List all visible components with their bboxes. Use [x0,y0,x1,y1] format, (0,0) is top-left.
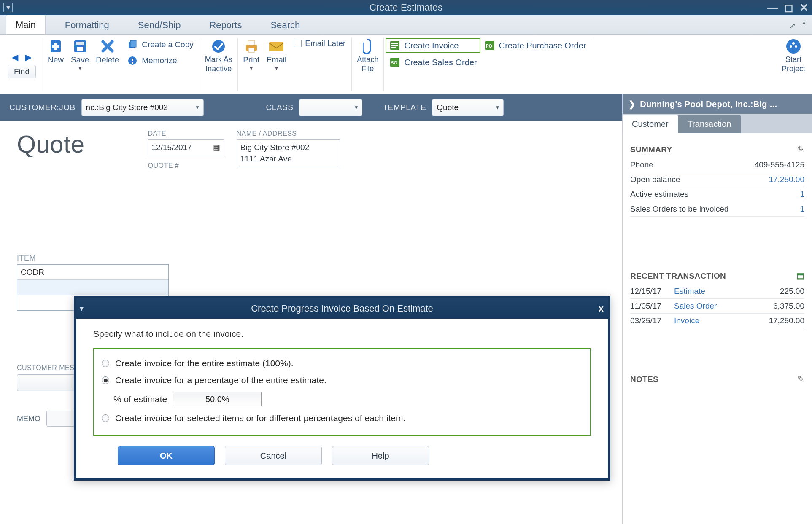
dialog-sys-icon[interactable]: ▾ [80,304,84,313]
svg-rect-5 [77,47,83,51]
radio-icon [102,360,109,367]
class-dropdown[interactable] [299,99,362,116]
name-address-label: NAME / ADDRESS [237,130,340,137]
active-estimates-value[interactable]: 1 [800,190,804,199]
dialog-title-bar: ▾ Create Progress Invoice Based On Estim… [76,298,608,319]
svg-rect-21 [391,47,396,48]
radio-entire-estimate[interactable]: Create invoice for the entire estimate (… [102,355,583,372]
copy-icon [127,39,138,51]
tab-main[interactable]: Main [6,15,46,34]
tab-formatting[interactable]: Formatting [56,16,119,34]
open-balance-value[interactable]: 17,250.00 [769,175,804,184]
recent-filter-icon[interactable]: ▤ [796,271,804,281]
ribbon-tabs: Main Formatting Send/Ship Reports Search… [0,15,812,35]
collapse-ribbon-icon[interactable]: ˄ [802,21,806,31]
svg-text:PO: PO [486,44,492,48]
edit-summary-icon[interactable]: ✎ [797,144,804,154]
mark-inactive-button[interactable]: Mark As Inactive [202,37,235,74]
item-row[interactable] [17,280,168,295]
svg-point-29 [792,42,795,45]
create-invoice-button[interactable]: Create Invoice [386,39,479,52]
date-input[interactable]: 12/15/2017▦ [148,139,224,156]
so-to-invoice-value[interactable]: 1 [800,204,804,214]
print-dropdown-icon[interactable]: ▼ [249,65,254,71]
svg-rect-12 [132,62,133,64]
phone-value: 409-555-4125 [755,160,804,169]
start-project-button[interactable]: Start Project [779,37,808,74]
phone-label: Phone [630,160,653,169]
recent-row[interactable]: 03/25/17Invoice17,250.00 [630,314,804,328]
create-purchase-order-button[interactable]: PO Create Purchase Order [481,39,589,52]
radio-icon [102,414,109,422]
delete-button[interactable]: Delete [93,37,121,65]
percent-input[interactable] [173,392,262,406]
save-dropdown-icon[interactable]: ▼ [78,65,83,71]
memorize-icon [127,55,138,67]
window-title-bar: ▾ Create Estimates — ◻ ✕ [0,0,812,15]
svg-point-28 [795,45,797,48]
address-box[interactable]: Big City Store #002 1111 Azar Ave [237,139,340,167]
so-to-invoice-label: Sales Orders to be invoiced [630,204,728,214]
expand-icon[interactable]: ⤢ [789,21,796,31]
checkbox-icon [294,40,302,47]
estimate-form: CUSTOMER:JOB nc.:Big City Store #002 CLA… [0,94,622,524]
email-later-checkbox[interactable]: Email Later [294,39,345,48]
progress-invoice-dialog: ▾ Create Progress Invoice Based On Estim… [74,296,610,481]
recent-transaction-heading: RECENT TRANSACTION [630,271,726,281]
svg-rect-16 [248,48,254,52]
nav-arrows[interactable]: ◄► [10,51,34,64]
prev-record-icon[interactable]: ◄ [10,51,21,64]
edit-notes-icon[interactable]: ✎ [797,374,804,384]
new-icon [47,38,64,55]
dialog-prompt: Specify what to include on the invoice. [93,329,591,339]
new-button[interactable]: New [45,37,67,65]
svg-rect-9 [130,40,136,47]
template-dropdown[interactable]: Quote [432,99,504,116]
svg-point-26 [786,39,801,54]
rail-tab-customer[interactable]: Customer [622,115,678,133]
form-header: CUSTOMER:JOB nc.:Big City Store #002 CLA… [0,94,622,121]
memorize-button[interactable]: Memorize [127,55,177,67]
quote-num-label: QUOTE # [148,162,224,169]
svg-rect-19 [391,43,398,44]
percent-label: % of estimate [113,394,167,404]
save-button[interactable]: Save ▼ [68,37,92,72]
create-sales-order-button[interactable]: SO Create Sales Order [386,56,479,69]
class-label: CLASS [266,103,294,112]
radio-percentage[interactable]: Create invoice for a percentage of the e… [102,372,583,389]
customer-job-dropdown[interactable]: nc.:Big City Store #002 [81,99,204,116]
svg-text:SO: SO [391,61,397,65]
item-row[interactable]: CODR [17,265,168,280]
radio-selected-items[interactable]: Create invoice for selected items or for… [102,410,583,427]
calendar-icon[interactable]: ▦ [213,143,220,152]
project-icon [785,38,802,55]
recent-row[interactable]: 11/05/17Sales Order6,375.00 [630,299,804,314]
svg-point-27 [790,45,792,48]
recent-row[interactable]: 12/15/17Estimate225.00 [630,284,804,299]
find-button[interactable]: Find [8,65,36,78]
dialog-help-button[interactable]: Help [332,446,429,465]
paperclip-icon [359,38,376,55]
rail-header[interactable]: ❯ Dunning's Pool Depot, Inc.:Big ... [623,94,812,114]
document-title: Quote [17,130,85,158]
email-button[interactable]: Email ▼ [264,37,289,72]
tab-search[interactable]: Search [261,16,309,34]
tab-send-ship[interactable]: Send/Ship [129,16,190,34]
dialog-title: Create Progress Invoice Based On Estimat… [251,303,433,314]
print-button[interactable]: Print ▼ [240,37,262,72]
sales-order-icon: SO [389,56,401,68]
rail-tab-transaction[interactable]: Transaction [678,115,741,133]
print-icon [243,38,260,55]
window-title: Create Estimates [0,2,812,13]
dialog-ok-button[interactable]: OK [118,446,215,465]
right-rail: ❯ Dunning's Pool Depot, Inc.:Big ... Cus… [622,94,812,524]
active-estimates-label: Active estimates [630,190,688,199]
save-icon [72,38,89,55]
next-record-icon[interactable]: ► [23,51,34,64]
create-a-copy-button[interactable]: Create a Copy [127,39,194,51]
dialog-close-icon[interactable]: x [599,303,604,314]
email-dropdown-icon[interactable]: ▼ [274,65,279,71]
attach-file-button[interactable]: Attach File [354,37,381,74]
dialog-cancel-button[interactable]: Cancel [225,446,322,465]
tab-reports[interactable]: Reports [200,16,251,34]
